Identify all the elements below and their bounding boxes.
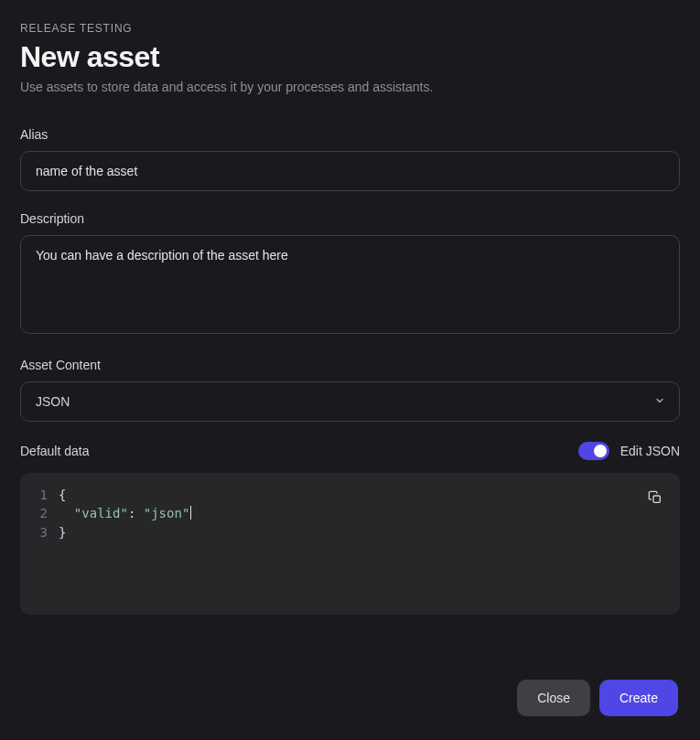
default-data-label: Default data xyxy=(20,444,90,458)
line-number: 3 xyxy=(33,523,59,542)
line-number: 1 xyxy=(33,486,59,504)
copy-button[interactable] xyxy=(643,486,667,509)
copy-icon xyxy=(648,490,662,505)
code-token xyxy=(59,506,74,520)
footer-actions: Close Create xyxy=(517,680,678,716)
code-token: } xyxy=(59,525,66,540)
alias-label: Alias xyxy=(20,127,680,142)
close-button[interactable]: Close xyxy=(517,680,590,716)
code-line: 3 } xyxy=(33,523,665,542)
code-token: "json" xyxy=(144,506,190,520)
page-title: New asset xyxy=(20,40,680,74)
create-button[interactable]: Create xyxy=(599,680,678,716)
edit-json-toggle-label: Edit JSON xyxy=(620,444,680,458)
code-line: 2 "valid": "json" xyxy=(33,504,665,522)
json-code-editor[interactable]: 1 { 2 "valid": "json" 3 } xyxy=(20,473,680,615)
page-subtitle: Use assets to store data and access it b… xyxy=(20,80,680,94)
asset-content-label: Asset Content xyxy=(20,358,680,372)
code-line: 1 { xyxy=(33,486,665,504)
text-cursor xyxy=(190,506,191,520)
toggle-knob xyxy=(594,445,607,457)
edit-json-toggle[interactable] xyxy=(578,442,609,460)
line-number: 2 xyxy=(33,504,59,522)
breadcrumb: RELEASE TESTING xyxy=(20,22,680,35)
asset-content-select[interactable]: JSON xyxy=(20,381,680,422)
svg-rect-0 xyxy=(653,496,660,502)
code-token: "valid" xyxy=(74,506,128,520)
code-token: { xyxy=(59,488,66,502)
code-token: : xyxy=(128,506,144,520)
description-input[interactable]: You can have a description of the asset … xyxy=(20,235,680,334)
alias-input[interactable] xyxy=(20,151,680,191)
description-label: Description xyxy=(20,211,680,226)
